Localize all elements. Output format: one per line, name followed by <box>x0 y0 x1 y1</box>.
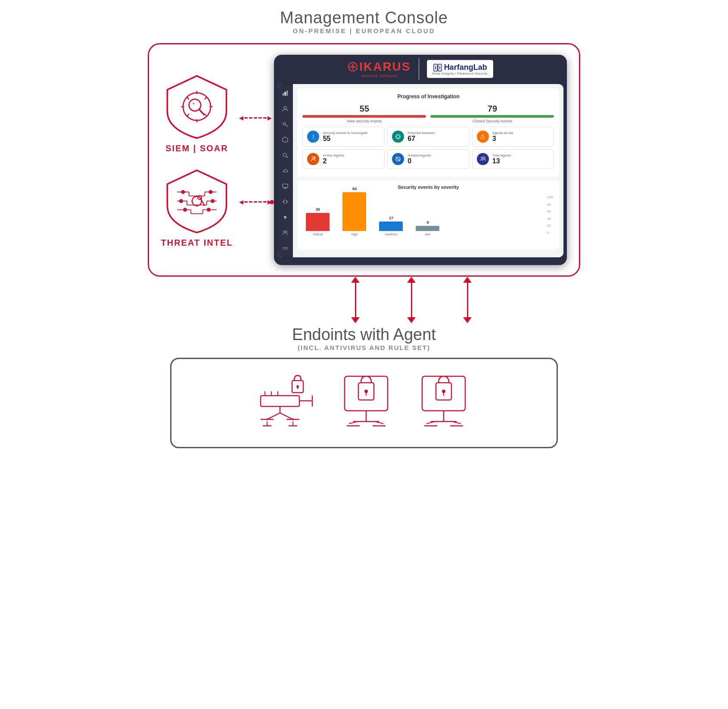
sidebar-user-icon[interactable] <box>280 104 290 113</box>
svg-point-78 <box>481 157 483 159</box>
dotted-arrows-area: ◀ ▶ ◀ ▶ <box>239 76 272 244</box>
svg-rect-55 <box>283 184 288 187</box>
stat-icon-2: ⚠ <box>477 131 489 143</box>
y-40: 40 <box>547 217 553 221</box>
bar-medium-label: medium <box>385 232 397 236</box>
bar-low-value: 8 <box>426 220 429 225</box>
console-screen: IKARUS security software HarfangLab De <box>274 55 567 265</box>
arrowhead-up-r <box>463 277 472 283</box>
bar-low-rect <box>416 226 439 231</box>
stat-label-0: Security events to investigate <box>323 131 367 135</box>
stat-card-4: Isolated Agents 0 <box>387 149 470 169</box>
sidebar-cloud-icon[interactable] <box>280 166 290 175</box>
svg-point-64 <box>284 216 286 219</box>
vertical-arrows <box>351 277 472 323</box>
svg-line-7 <box>205 97 207 100</box>
stat-value-5: 13 <box>492 157 511 165</box>
svg-point-31 <box>184 208 187 211</box>
sidebar-chart-icon[interactable] <box>280 88 290 98</box>
stat-icon-1 <box>392 131 404 143</box>
stat-text-5: Total Agents 13 <box>492 153 511 165</box>
harfang-icon <box>433 63 442 72</box>
sidebar-users-icon[interactable] <box>280 228 290 237</box>
bar-low: 8 low <box>416 220 439 236</box>
bar-critical-rect <box>306 213 330 231</box>
svg-line-88 <box>280 413 293 419</box>
arrow-shaft-r <box>467 283 468 317</box>
endpoint-1 <box>258 372 314 434</box>
y-80: 80 <box>547 203 553 206</box>
stat-icon-3 <box>307 153 319 165</box>
arrow-up-center <box>407 277 416 323</box>
svg-rect-80 <box>261 396 299 406</box>
arrowhead-up-c <box>407 277 416 283</box>
arrowhead-down-r <box>463 317 472 323</box>
bar-critical: 35 critical <box>306 207 330 236</box>
arrowhead-up <box>351 277 360 283</box>
ikarus-name: IKARUS <box>348 60 411 74</box>
stat-label-1: Potential Malware <box>408 131 435 135</box>
endpoints-section: Endoints with Agent (INCL. ANTIVIRUS AND… <box>170 325 558 448</box>
svg-point-73 <box>312 157 314 159</box>
chart-title: Security events by severity <box>302 184 555 190</box>
closed-events-item: 79 Closed Security events <box>430 104 554 123</box>
svg-line-6 <box>205 114 207 116</box>
y-20: 20 <box>547 224 553 228</box>
svg-point-59 <box>283 200 287 203</box>
svg-line-11 <box>193 103 194 104</box>
chart-bars: 35 critical 84 high <box>306 195 542 236</box>
svg-rect-67 <box>283 247 287 249</box>
stat-value-3: 2 <box>323 157 344 165</box>
sidebar-dot2-icon[interactable] <box>280 244 290 253</box>
svg-point-30 <box>211 200 214 203</box>
sidebar-dot-icon[interactable] <box>280 212 290 222</box>
svg-point-51 <box>283 122 286 125</box>
siem-label: SIEM | SOAR <box>165 144 228 153</box>
outer-container: SIEM | SOAR <box>148 43 581 277</box>
endpoints-subtitle: (INCL. ANTIVIRUS AND RULE SET) <box>298 344 430 351</box>
sidebar-monitor-icon[interactable] <box>280 181 290 191</box>
progress-panel: Progress of Investigation 55 New securit… <box>297 88 559 177</box>
endpoint-computer-2-icon <box>418 372 470 432</box>
closed-events-label: Closed Security events <box>473 119 512 123</box>
svg-point-50 <box>284 106 286 109</box>
harfang-name: HarfangLab <box>433 63 487 72</box>
dashed-arrow-1: ◀ ▶ <box>239 115 272 121</box>
sidebar-search-icon[interactable] <box>280 150 290 160</box>
stat-card-1: Potential Malware 67 <box>387 127 470 147</box>
stat-text-1: Potential Malware 67 <box>408 131 435 143</box>
sidebar-shield-icon[interactable] <box>280 135 290 144</box>
arrow-pair-center <box>407 277 416 323</box>
stat-value-2: 3 <box>492 135 513 143</box>
stat-text-0: Security events to investigate 55 <box>323 131 367 143</box>
stat-label-2: Agents at risk <box>492 131 513 135</box>
endpoint-2 <box>340 372 392 434</box>
svg-line-77 <box>396 157 400 161</box>
sidebar-key-icon[interactable] <box>280 119 290 129</box>
bar-high-rect <box>342 192 366 231</box>
stat-card-5: Total Agents 13 <box>472 149 554 169</box>
harfang-subtitle: Deep Integrity | Paramount Security <box>432 72 488 75</box>
stat-card-2: ⚠ Agents at risk 3 <box>472 127 554 147</box>
arrow-shaft <box>355 283 356 317</box>
main-content: Progress of Investigation 55 New securit… <box>293 84 563 257</box>
stat-icon-4 <box>392 153 404 165</box>
dashboard-title: Progress of Investigation <box>302 94 554 100</box>
svg-line-5 <box>187 97 189 100</box>
svg-point-99 <box>292 419 294 420</box>
arrow-up-right <box>463 277 472 323</box>
stat-value-1: 67 <box>408 135 435 143</box>
console-inner: Progress of Investigation 55 New securit… <box>277 84 563 257</box>
stat-label-3: Online Agents <box>323 153 344 157</box>
arrow-shaft-c <box>411 283 412 317</box>
threat-label: THREAT INTEL <box>161 238 233 248</box>
sidebar-bug-icon[interactable] <box>280 197 290 206</box>
ikarus-logo: IKARUS security software <box>348 60 411 78</box>
bar-low-label: low <box>425 232 430 236</box>
svg-rect-47 <box>283 93 284 96</box>
svg-point-33 <box>192 196 202 206</box>
bar-medium-value: 17 <box>389 216 393 220</box>
svg-line-87 <box>267 413 280 419</box>
stat-label-5: Total Agents <box>492 153 511 157</box>
arrow-up-left <box>351 277 360 323</box>
